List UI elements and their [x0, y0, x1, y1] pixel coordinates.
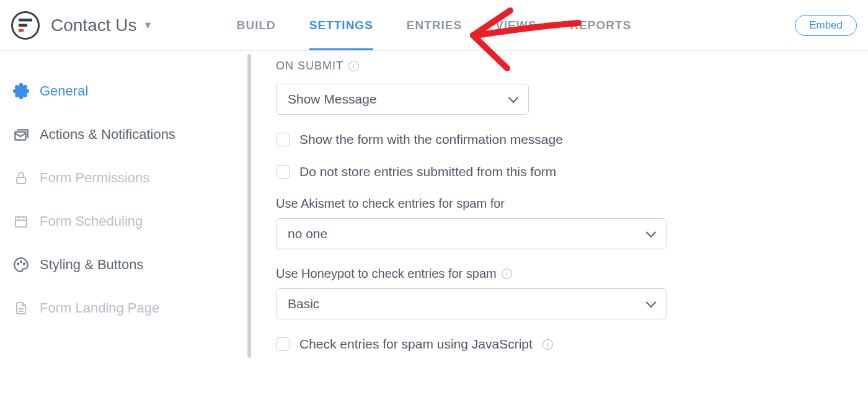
svg-rect-1 — [19, 24, 27, 27]
svg-point-7 — [17, 263, 19, 264]
sidebar-item-label: Styling & Buttons — [40, 257, 144, 273]
svg-point-9 — [24, 263, 25, 264]
lock-icon — [12, 171, 30, 185]
tab-settings[interactable]: SETTINGS — [309, 0, 373, 50]
sidebar-item-styling[interactable]: Styling & Buttons — [0, 243, 251, 286]
calendar-icon — [12, 214, 30, 229]
sidebar-item-permissions[interactable]: Form Permissions — [0, 156, 251, 200]
checkbox-label: Do not store entries submitted from this… — [299, 164, 556, 179]
no-store-checkbox[interactable] — [276, 165, 290, 179]
sidebar-item-label: Form Landing Page — [40, 300, 159, 316]
svg-point-8 — [20, 261, 22, 262]
palette-icon — [12, 257, 30, 273]
sidebar-item-landing[interactable]: Form Landing Page — [0, 286, 251, 330]
page-icon — [12, 301, 30, 316]
svg-rect-5 — [17, 177, 25, 184]
info-icon[interactable]: i — [502, 269, 512, 279]
honeypot-label: Use Honeypot to check entries for spam i — [276, 267, 843, 281]
on-submit-select[interactable]: Show Message — [276, 84, 529, 115]
settings-sidebar: General Actions & Notifications Form Per… — [0, 51, 251, 395]
sidebar-item-label: Actions & Notifications — [40, 126, 175, 143]
form-title-dropdown[interactable]: Contact Us ▼ — [51, 16, 153, 35]
tab-entries[interactable]: ENTRIES — [407, 0, 462, 50]
js-spam-checkbox[interactable] — [276, 337, 290, 351]
embed-button[interactable]: Embed — [795, 15, 857, 36]
checkbox-label: Check entries for spam using JavaScript — [299, 337, 533, 352]
gear-icon — [12, 83, 30, 99]
honeypot-select[interactable]: Basic — [276, 288, 666, 319]
sidebar-item-label: Form Scheduling — [40, 213, 143, 229]
sidebar-item-label: General — [40, 83, 88, 99]
mail-stack-icon — [12, 126, 30, 143]
tab-build[interactable]: BUILD — [237, 0, 276, 50]
caret-down-icon: ▼ — [143, 20, 153, 31]
select-value: Basic — [288, 296, 319, 311]
svg-rect-6 — [16, 217, 27, 227]
info-icon[interactable]: i — [542, 339, 553, 350]
header: Contact Us ▼ BUILD SETTINGS ENTRIES VIEW… — [0, 0, 868, 51]
checkbox-label: Show the form with the confirmation mess… — [299, 132, 563, 147]
akismet-label: Use Akismet to check entries for spam fo… — [276, 197, 843, 211]
nav-tabs: BUILD SETTINGS ENTRIES VIEWS REPORTS — [237, 0, 632, 50]
js-spam-checkbox-row: Check entries for spam using JavaScript … — [276, 337, 843, 352]
on-submit-section-title: ON SUBMIT i — [276, 60, 843, 73]
svg-rect-0 — [19, 19, 32, 22]
sidebar-item-actions[interactable]: Actions & Notifications — [0, 113, 251, 156]
sidebar-item-label: Form Permissions — [40, 170, 149, 186]
no-store-checkbox-row: Do not store entries submitted from this… — [276, 164, 843, 179]
svg-rect-2 — [19, 29, 24, 32]
settings-panel: ON SUBMIT i Show Message Show the form w… — [251, 51, 868, 395]
akismet-select[interactable]: no one — [276, 218, 666, 249]
info-icon[interactable]: i — [348, 61, 359, 71]
sidebar-item-general[interactable]: General — [0, 69, 251, 113]
show-confirmation-checkbox[interactable] — [276, 133, 290, 146]
show-confirmation-checkbox-row: Show the form with the confirmation mess… — [276, 132, 843, 147]
section-title-text: ON SUBMIT — [276, 60, 343, 73]
sidebar-item-scheduling[interactable]: Form Scheduling — [0, 200, 251, 243]
select-value: no one — [288, 226, 327, 241]
select-value: Show Message — [288, 92, 377, 107]
tab-reports[interactable]: REPORTS — [570, 0, 631, 50]
app-logo — [11, 11, 40, 40]
form-title-text: Contact Us — [51, 16, 137, 35]
tab-views[interactable]: VIEWS — [495, 0, 536, 50]
